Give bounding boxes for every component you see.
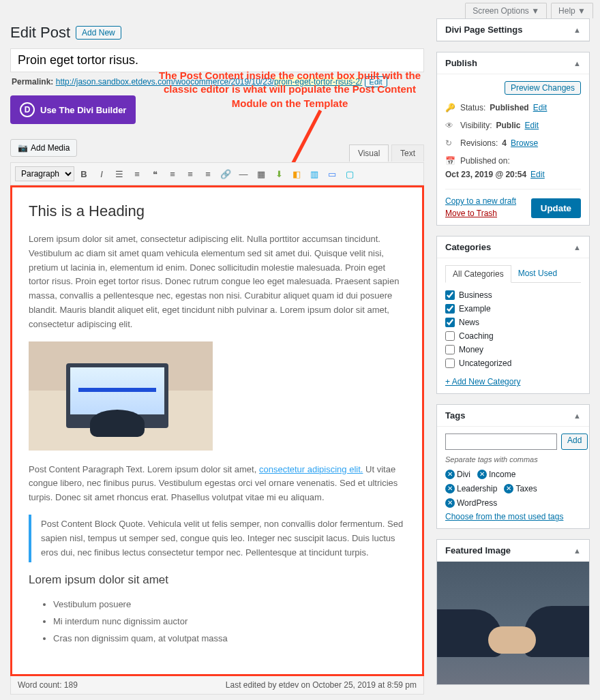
category-checkbox[interactable]: [445, 345, 455, 354]
box-icon[interactable]: ▭: [324, 166, 340, 182]
quote-icon[interactable]: ❝: [147, 166, 163, 182]
add-category-link[interactable]: + Add New Category: [445, 377, 520, 386]
remove-tag-icon[interactable]: ✕: [445, 484, 455, 493]
category-item[interactable]: Money: [445, 343, 581, 356]
permalink-edit-button[interactable]: Edit: [365, 76, 387, 87]
add-media-button[interactable]: 📷 Add Media: [10, 139, 77, 157]
category-item[interactable]: Uncategorized: [445, 356, 581, 370]
list-item: Vestibulum posuere: [53, 596, 406, 613]
featured-image-title: Featured Image: [445, 545, 511, 556]
chevron-up-icon: ▲: [573, 26, 581, 34]
tag-chip[interactable]: ✕WordPress: [445, 498, 497, 508]
tag-label: Income: [489, 470, 515, 479]
published-date: Oct 23, 2019 @ 20:54: [445, 170, 526, 179]
category-checkbox[interactable]: [445, 290, 455, 300]
choose-tags-link[interactable]: Choose from the most used tags: [445, 512, 563, 521]
remove-tag-icon[interactable]: ✕: [477, 470, 487, 479]
tag-chip[interactable]: ✕Divi: [445, 470, 470, 479]
insert-shortcode-icon[interactable]: ⬇: [271, 166, 287, 182]
editor-toolbar: Paragraph B I ☰ ≡ ❝ ≡ ≡ ≡ 🔗 — ▦ ⬇ ◧ ▥ ▭: [10, 162, 424, 185]
toolbar-toggle-icon[interactable]: ▦: [253, 166, 269, 182]
editor-footer: Word count: 189 Last edited by etdev on …: [10, 676, 424, 695]
content-paragraph-2: Post Content Paragraph Text. Lorem ipsum…: [29, 463, 406, 505]
status-edit-link[interactable]: Edit: [533, 103, 548, 112]
align-left-icon[interactable]: ≡: [164, 166, 181, 182]
bullet-list-icon[interactable]: ☰: [111, 166, 127, 182]
image-icon[interactable]: ▢: [342, 166, 358, 182]
remove-tag-icon[interactable]: ✕: [504, 484, 513, 493]
category-checkbox[interactable]: [445, 359, 455, 368]
more-icon[interactable]: —: [235, 166, 252, 182]
tag-input[interactable]: [445, 433, 557, 450]
category-item[interactable]: Business: [445, 288, 581, 302]
content-list: Vestibulum posuere Mi interdum nunc dign…: [29, 596, 406, 647]
align-right-icon[interactable]: ≡: [200, 166, 216, 182]
divi-builder-button[interactable]: D Use The Divi Builder: [10, 95, 136, 124]
category-checkbox[interactable]: [445, 331, 455, 341]
publish-header[interactable]: Publish ▲: [437, 52, 589, 74]
screen-options-label: Screen Options: [472, 6, 529, 16]
eye-icon: 👁: [445, 121, 456, 130]
link-icon[interactable]: 🔗: [217, 166, 234, 182]
copy-draft-link[interactable]: Copy to a new draft: [445, 196, 516, 206]
divi-settings-header[interactable]: Divi Page Settings ▲: [437, 19, 589, 41]
content-link[interactable]: consectetur adipiscing elit.: [259, 464, 363, 474]
split-icon[interactable]: ◧: [288, 166, 305, 182]
format-select[interactable]: Paragraph: [15, 166, 74, 181]
revisions-browse-link[interactable]: Browse: [511, 138, 538, 148]
chevron-up-icon: ▲: [573, 243, 581, 252]
revisions-count: 4: [502, 138, 507, 148]
tab-all-categories[interactable]: All Categories: [445, 265, 511, 283]
tag-label: WordPress: [457, 498, 497, 508]
divi-settings-title: Divi Page Settings: [445, 25, 522, 35]
category-item[interactable]: Coaching: [445, 329, 581, 343]
tag-chip[interactable]: ✕Leadership: [445, 484, 497, 493]
tag-label: Taxes: [515, 484, 537, 493]
italic-icon[interactable]: I: [93, 166, 110, 182]
category-label: Coaching: [459, 331, 494, 341]
post-title-input[interactable]: [10, 48, 424, 72]
tag-chip[interactable]: ✕Income: [477, 470, 515, 479]
visibility-edit-link[interactable]: Edit: [524, 121, 539, 130]
preview-changes-button[interactable]: Preview Changes: [505, 81, 581, 95]
move-trash-link[interactable]: Move to Trash: [445, 209, 516, 218]
remove-tag-icon[interactable]: ✕: [445, 498, 455, 508]
content-heading: This is a Heading: [29, 202, 406, 220]
categories-header[interactable]: Categories ▲: [437, 237, 589, 258]
tag-chip[interactable]: ✕Taxes: [504, 484, 537, 493]
tags-title: Tags: [445, 410, 465, 421]
category-checkbox[interactable]: [445, 318, 455, 327]
add-new-button[interactable]: Add New: [76, 26, 121, 40]
word-count: 189: [64, 680, 78, 690]
columns-icon[interactable]: ▥: [306, 166, 322, 182]
help-tab[interactable]: Help ▼: [551, 3, 593, 18]
tag-label: Divi: [457, 470, 470, 479]
number-list-icon[interactable]: ≡: [129, 166, 145, 182]
content-paragraph-1: Lorem ipsum dolor sit amet, consectetur …: [29, 232, 406, 332]
tab-most-used[interactable]: Most Used: [511, 265, 564, 282]
list-item: Cras non dignissim quam, at volutpat mas…: [53, 630, 406, 648]
editor-content[interactable]: This is a Heading Lorem ipsum dolor sit …: [10, 185, 424, 676]
update-button[interactable]: Update: [531, 198, 581, 218]
published-edit-link[interactable]: Edit: [530, 170, 545, 179]
bold-icon[interactable]: B: [76, 166, 92, 182]
featured-image-thumbnail[interactable]: [437, 562, 589, 684]
category-label: Business: [459, 290, 492, 300]
featured-image-header[interactable]: Featured Image ▲: [437, 540, 589, 562]
last-edited: Last edited by etdev on October 25, 2019…: [226, 680, 417, 690]
permalink-link[interactable]: http://jason.sandbox.etdevs.com/woocomme…: [56, 77, 363, 87]
page-title: Edit Post Add New: [10, 18, 424, 44]
category-item[interactable]: News: [445, 316, 581, 329]
category-item[interactable]: Example: [445, 302, 581, 316]
content-subheading: Lorem ipsum dolor sit amet: [29, 573, 406, 587]
tab-text[interactable]: Text: [391, 144, 424, 162]
list-item: Mi interdum nunc dignissim auctor: [53, 613, 406, 630]
tags-header[interactable]: Tags ▲: [437, 405, 589, 427]
remove-tag-icon[interactable]: ✕: [445, 470, 455, 479]
add-tag-button[interactable]: Add: [561, 433, 588, 450]
tab-visual[interactable]: Visual: [349, 144, 389, 162]
screen-options-tab[interactable]: Screen Options ▼: [465, 3, 547, 18]
permalink-row: Permalink: http://jason.sandbox.etdevs.c…: [10, 72, 424, 91]
align-center-icon[interactable]: ≡: [182, 166, 198, 182]
category-checkbox[interactable]: [445, 304, 455, 314]
